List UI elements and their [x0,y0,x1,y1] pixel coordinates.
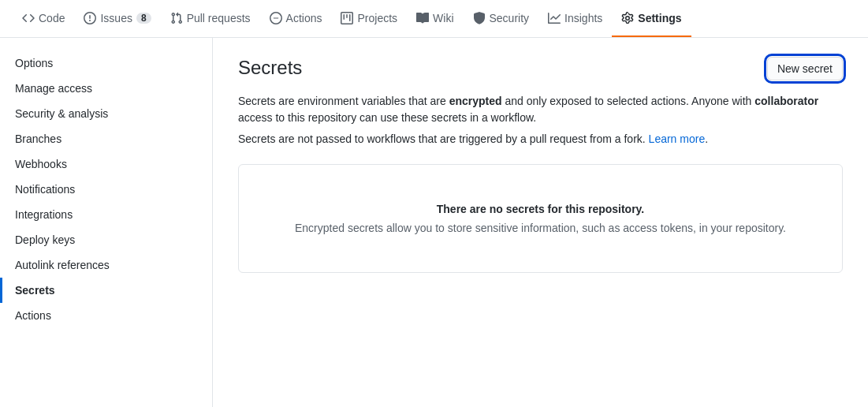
nav-insights-label: Insights [564,12,602,24]
description-text: Secrets are environment variables that a… [238,93,843,126]
nav-pull-requests[interactable]: Pull requests [161,0,260,37]
actions-icon [270,12,282,24]
desc-part1: Secrets are environment variables that a… [238,95,449,107]
sidebar-item-actions[interactable]: Actions [0,303,212,328]
desc-bold1: encrypted [449,95,502,107]
nav-code[interactable]: Code [13,0,74,37]
sidebar-item-manage-access[interactable]: Manage access [0,76,212,101]
security-icon [473,12,486,24]
issues-badge: 8 [136,13,151,24]
nav-actions-label: Actions [286,12,322,24]
nav-projects-label: Projects [357,12,397,24]
description-note: Secrets are not passed to workflows that… [238,133,843,145]
content-header: Secrets New secret [238,57,843,80]
wiki-icon [416,12,429,24]
nav-security[interactable]: Security [464,0,539,37]
sidebar-item-secrets[interactable]: Secrets [0,278,212,303]
nav-wiki[interactable]: Wiki [407,0,463,37]
nav-actions[interactable]: Actions [260,0,332,37]
desc-bold2: collaborator [754,95,818,107]
sidebar-item-integrations[interactable]: Integrations [0,202,212,227]
empty-secrets-box: There are no secrets for this repository… [238,164,843,273]
main-content: Secrets New secret Secrets are environme… [213,38,868,407]
nav-issues[interactable]: Issues 8 [74,0,160,37]
desc-part2: and only exposed to selected actions. An… [502,95,755,107]
settings-icon [621,12,634,24]
sidebar-item-autolink-references[interactable]: Autolink references [0,252,212,278]
new-secret-button[interactable]: New secret [767,57,843,80]
note-text: Secrets are not passed to workflows that… [238,133,649,145]
nav-pr-label: Pull requests [187,12,251,24]
pr-icon [170,12,183,24]
top-nav: Code Issues 8 Pull requests Actions [0,0,868,38]
sidebar-item-security-analysis[interactable]: Security & analysis [0,101,212,126]
sidebar: Options Manage access Security & analysi… [0,38,213,407]
issues-icon [84,12,96,24]
nav-wiki-label: Wiki [433,12,453,24]
desc-part3: access to this repository can use these … [238,111,536,124]
nav-security-label: Security [490,12,530,24]
sidebar-item-webhooks[interactable]: Webhooks [0,151,212,177]
empty-box-title: There are no secrets for this repository… [258,203,823,215]
nav-projects[interactable]: Projects [331,0,407,37]
empty-box-desc: Encrypted secrets allow you to store sen… [258,222,823,234]
nav-settings-label: Settings [638,12,681,24]
code-icon [22,12,35,24]
sidebar-item-notifications[interactable]: Notifications [0,177,212,202]
nav-insights[interactable]: Insights [538,0,612,37]
insights-icon [548,12,561,24]
nav-issues-label: Issues [100,12,132,24]
projects-icon [341,12,353,24]
sidebar-item-deploy-keys[interactable]: Deploy keys [0,227,212,252]
learn-more-link[interactable]: Learn more [649,133,706,145]
nav-settings[interactable]: Settings [612,0,691,37]
main-container: Options Manage access Security & analysi… [0,38,868,407]
page-title: Secrets [238,57,302,79]
sidebar-item-branches[interactable]: Branches [0,126,212,151]
nav-code-label: Code [39,12,65,24]
sidebar-item-options[interactable]: Options [0,50,212,76]
